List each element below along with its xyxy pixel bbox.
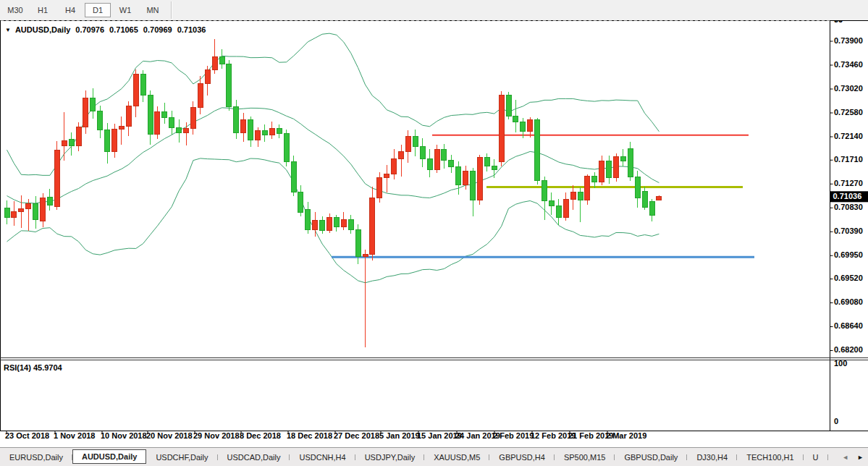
candle-body bbox=[477, 158, 482, 200]
tab-usdjpy-daily[interactable]: USDJPY,Daily bbox=[355, 451, 425, 464]
candle-body bbox=[492, 166, 497, 170]
candle-body bbox=[234, 106, 239, 132]
tabs-scroll-left-icon[interactable]: ◄ bbox=[840, 452, 851, 462]
candle-body bbox=[513, 116, 518, 122]
candle-body bbox=[549, 201, 554, 206]
candle-body bbox=[33, 203, 38, 220]
candle-body bbox=[370, 198, 375, 254]
candle-body bbox=[148, 95, 153, 134]
candle-body bbox=[399, 151, 404, 159]
candle-body bbox=[355, 229, 361, 257]
candle-body bbox=[556, 206, 561, 217]
tab-audusd-daily[interactable]: AUDUSD,Daily bbox=[72, 449, 146, 464]
tab-usdcad-daily[interactable]: USDCAD,Daily bbox=[218, 451, 290, 464]
timeframe-button-m30[interactable]: M30 bbox=[2, 3, 28, 17]
candle-body bbox=[190, 108, 195, 129]
candle-body bbox=[212, 56, 217, 69]
candle-body bbox=[320, 221, 325, 231]
tab-sp500-m15[interactable]: SP500,M15 bbox=[555, 451, 615, 464]
tab-gbpusd-daily[interactable]: GBPUSD,Daily bbox=[615, 451, 687, 464]
candle-body bbox=[155, 112, 160, 135]
candle-body bbox=[363, 254, 368, 257]
price-axis-label: 0.68200 bbox=[834, 345, 863, 354]
candle-body bbox=[12, 212, 17, 218]
candle-body bbox=[26, 203, 31, 208]
price-axis-label: 0.70830 bbox=[834, 203, 863, 211]
tab-dj30-h4[interactable]: DJ30,H4 bbox=[687, 451, 737, 464]
timeframe-button-h1[interactable]: H1 bbox=[30, 3, 56, 17]
tab-usdchf-daily[interactable]: USDCHF,Daily bbox=[146, 451, 217, 464]
tabs-scroll-right-icon[interactable]: ► bbox=[855, 452, 866, 462]
timeframe-button-mn[interactable]: MN bbox=[140, 3, 166, 17]
price-axis-label: 0.73460 bbox=[834, 60, 863, 69]
tab-tech100-h1[interactable]: TECH100,H1 bbox=[737, 451, 803, 464]
timeframe-button-w1[interactable]: W1 bbox=[112, 3, 138, 17]
candle-body bbox=[284, 134, 289, 162]
chart-ohlc-header: ▼ AUDUSD,Daily 0.70976 0.71065 0.70969 0… bbox=[5, 25, 206, 34]
candle-body bbox=[277, 128, 282, 134]
candle-body bbox=[119, 126, 124, 130]
candle-body bbox=[205, 69, 210, 84]
price-axis-label: 0.71710 bbox=[834, 155, 863, 164]
candle-body bbox=[4, 208, 9, 217]
candle-body bbox=[377, 177, 382, 198]
tab-u[interactable]: U bbox=[804, 451, 828, 464]
candle-body bbox=[177, 127, 182, 133]
ohlc-high: 0.71065 bbox=[109, 25, 138, 34]
candle-body bbox=[628, 149, 633, 177]
candle-body bbox=[198, 84, 203, 108]
candle-body bbox=[327, 217, 332, 230]
candle-body bbox=[456, 166, 461, 185]
tab-usdcnh-h4[interactable]: USDCNH,H4 bbox=[290, 451, 355, 464]
candle-body bbox=[291, 162, 296, 192]
price-axis-label: 0.73020 bbox=[834, 84, 863, 93]
current-price-tag-text: 0.71036 bbox=[833, 192, 862, 200]
price-axis-label: 0.68640 bbox=[834, 321, 863, 330]
candle-body bbox=[521, 122, 526, 132]
price-axis-label: 0.71270 bbox=[834, 179, 863, 187]
candle-body bbox=[413, 136, 418, 146]
rsi-indicator-label: RSI(14) 45.9704 bbox=[4, 363, 62, 372]
ohlc-close: 0.71036 bbox=[177, 25, 206, 34]
price-axis-label: 0.70390 bbox=[834, 226, 863, 235]
candle-body bbox=[578, 192, 583, 200]
candle-body bbox=[248, 119, 253, 140]
candle-body bbox=[642, 192, 647, 208]
candle-body bbox=[420, 147, 425, 159]
candle-body bbox=[405, 136, 410, 151]
candle-body bbox=[241, 119, 246, 132]
chart-canvas[interactable]: 0.739000.734600.730200.725800.721400.717… bbox=[0, 20, 868, 447]
date-axis-label: 2 Feb 2019 bbox=[493, 431, 534, 440]
candle-body bbox=[563, 199, 568, 217]
candle-body bbox=[184, 129, 189, 133]
candle-body bbox=[76, 127, 81, 146]
toolbar-separator bbox=[171, 1, 172, 19]
candle-body bbox=[434, 149, 439, 170]
candle-body bbox=[169, 117, 174, 127]
candle-body bbox=[620, 157, 625, 161]
tab-xauusd-m5[interactable]: XAUUSD,M5 bbox=[424, 451, 489, 464]
chart-window[interactable]: 0.739000.734600.730200.725800.721400.717… bbox=[0, 20, 868, 447]
timeframe-button-h4[interactable]: H4 bbox=[57, 3, 83, 17]
candle-body bbox=[227, 64, 232, 107]
candle-body bbox=[140, 75, 146, 96]
bollinger-bands bbox=[7, 33, 660, 283]
ohlc-open: 0.70976 bbox=[75, 25, 104, 34]
price-axis-label: 0.72140 bbox=[834, 132, 863, 140]
date-axis-label: 27 Dec 2018 bbox=[334, 431, 379, 440]
tab-gbpusd-h4[interactable]: GBPUSD,H4 bbox=[489, 451, 555, 464]
candle-body bbox=[90, 98, 96, 111]
candle-body bbox=[219, 56, 224, 64]
candle-body bbox=[105, 130, 110, 151]
rsi-axis-label: 100 bbox=[834, 359, 847, 368]
rsi-axis-label: 30 bbox=[834, 20, 843, 24]
candle-body bbox=[592, 177, 597, 182]
timeframe-button-d1[interactable]: D1 bbox=[85, 3, 111, 17]
candlesticks bbox=[4, 39, 662, 347]
chart-symbol-label: AUDUSD,Daily bbox=[15, 25, 70, 34]
tab-eurusd-daily[interactable]: EURUSD,Daily bbox=[0, 451, 72, 464]
candle-body bbox=[62, 140, 67, 146]
candle-body bbox=[657, 197, 662, 200]
symbol-dropdown-icon[interactable]: ▼ bbox=[5, 27, 11, 33]
candle-body bbox=[463, 171, 468, 185]
